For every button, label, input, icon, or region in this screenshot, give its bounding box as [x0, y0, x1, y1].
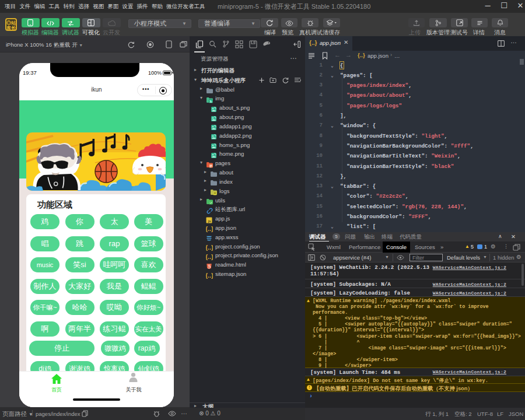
- svg-text:{..}: {..}: [206, 226, 213, 232]
- svg-text:{..}: {..}: [206, 244, 213, 251]
- svg-text:{..}: {..}: [206, 254, 213, 260]
- svg-text:{..}: {..}: [206, 272, 213, 279]
- svg-text:js: js: [208, 219, 212, 223]
